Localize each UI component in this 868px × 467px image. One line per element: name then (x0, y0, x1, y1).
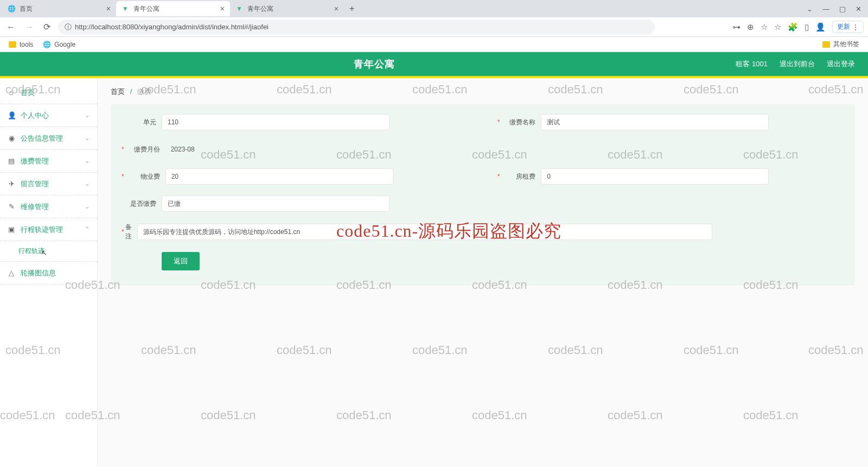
chevron-down-icon: ⌄ (85, 135, 90, 142)
send-icon: ✈ (8, 180, 15, 188)
tab-app[interactable]: ▼ 青年公寓 × (230, 1, 344, 16)
close-icon[interactable]: × (220, 4, 225, 13)
logout-link[interactable]: 退出登录 (827, 59, 855, 69)
translate-icon[interactable]: ⊕ (747, 22, 754, 32)
tab-label: 首页 (20, 4, 33, 14)
form-panel: 单元110 *缴费名称测试 *缴费月份2023-08 *物业费20 *房租费0 … (111, 104, 855, 286)
key-icon[interactable]: ⊶ (732, 22, 741, 32)
route-icon: ▣ (8, 225, 15, 234)
breadcrumb-home[interactable]: 首页 (111, 87, 125, 96)
tab-home[interactable]: 🌐 首页 × (2, 1, 116, 16)
chevron-down-icon[interactable]: ⌄ (807, 5, 813, 13)
tab-app-active[interactable]: ▼ 青年公寓 × (116, 1, 230, 16)
sidebar-item-profile[interactable]: 👤个人中心⌄ (0, 104, 97, 127)
vue-icon: ▼ (122, 5, 129, 12)
doc-icon: ▤ (8, 157, 15, 165)
chevron-down-icon: ⌄ (85, 180, 90, 187)
tab-label: 青年公寓 (133, 4, 159, 14)
extensions-icon[interactable]: 🧩 (788, 22, 798, 32)
field-propertyfee: *物业费20 (122, 168, 468, 185)
field-ispaid: 是否缴费已缴 (122, 195, 468, 212)
wrench-icon: ✎ (8, 203, 15, 211)
goto-front-link[interactable]: 退出到前台 (780, 59, 815, 69)
sidebar: ⌂首页 👤个人中心⌄ ◉公告信息管理⌄ ▤缴费管理⌄ ✈留言管理⌄ ✎维修管理⌄… (0, 78, 98, 467)
close-window-icon[interactable]: ✕ (856, 5, 861, 13)
bell-icon: ◉ (8, 134, 15, 142)
info-icon: ⓘ (65, 22, 72, 32)
field-rentfee: *房租费0 (497, 168, 844, 185)
app-title: 青年公寓 (354, 58, 395, 71)
ispaid-input[interactable]: 已缴 (162, 195, 390, 212)
sidebar-item-carousel[interactable]: △轮播图信息 (0, 262, 97, 285)
feemonth-input[interactable]: 2023-08 (165, 141, 393, 157)
chevron-down-icon: ⌄ (85, 112, 90, 119)
close-icon[interactable]: × (106, 4, 111, 13)
sidebar-item-home[interactable]: ⌂首页 (0, 81, 97, 104)
tab-label: 青年公寓 (247, 4, 273, 14)
sidebar-item-track[interactable]: ▣行程轨迹管理⌃ (0, 218, 97, 241)
app-header: 青年公寓 租客 1001 退出到前台 退出登录 (0, 52, 868, 76)
sidebar-item-fee[interactable]: ▤缴费管理⌄ (0, 150, 97, 173)
propertyfee-input[interactable]: 20 (165, 168, 393, 185)
globe-icon: 🌐 (43, 41, 51, 48)
chevron-down-icon: ⌄ (85, 203, 90, 210)
bookmark-other[interactable]: 其他书签 (822, 40, 859, 49)
bookmarks-bar: tools 🌐 Google 其他书签 (0, 37, 868, 52)
bookmark-google[interactable]: 🌐 Google (43, 41, 75, 48)
breadcrumb: 首页 / 缴费 (111, 87, 855, 97)
chevron-down-icon: ⌄ (85, 157, 90, 165)
sidebar-item-message[interactable]: ✈留言管理⌄ (0, 173, 97, 195)
user-icon: 👤 (8, 111, 15, 119)
vue-icon: ▼ (235, 5, 243, 12)
star-icon[interactable]: ☆ (774, 22, 781, 32)
globe-icon: 🌐 (8, 5, 15, 12)
field-remark: *备注源码乐园专注提供优质源码，访问地址http://code51.cn (122, 223, 468, 241)
maximize-icon[interactable]: ▢ (839, 5, 846, 13)
field-unit: 单元110 (122, 114, 468, 130)
main-content: 首页 / 缴费 单元110 *缴费名称测试 *缴费月份2023-08 *物业费2… (98, 78, 868, 467)
forward-button[interactable]: → (23, 21, 36, 33)
feename-input[interactable]: 测试 (541, 114, 769, 130)
chevron-up-icon: ⌃ (85, 226, 90, 233)
back-button[interactable]: ← (4, 21, 17, 33)
address-bar: ← → ⟳ ⓘ http://localhost:8080/xiyanghong… (0, 17, 868, 37)
browser-tab-strip: 🌐 首页 × ▼ 青年公寓 × ▼ 青年公寓 × + ⌄ — ▢ ✕ (0, 0, 868, 17)
url-input[interactable]: ⓘ http://localhost:8080/xiyanghong/admin… (58, 20, 655, 35)
sidebar-icon[interactable]: ▯ (805, 22, 809, 32)
profile-icon[interactable]: 👤 (815, 22, 826, 32)
sidebar-item-announce[interactable]: ◉公告信息管理⌄ (0, 127, 97, 150)
sidebar-item-repair[interactable]: ✎维修管理⌄ (0, 195, 97, 218)
sidebar-subitem-track[interactable]: 行程轨迹 (0, 241, 97, 262)
unit-input[interactable]: 110 (162, 114, 390, 130)
image-icon: △ (8, 269, 15, 277)
remark-input[interactable]: 源码乐园专注提供优质源码，访问地址http://code51.cn (137, 224, 712, 240)
bookmark-tools[interactable]: tools (9, 41, 33, 48)
field-feemonth: *缴费月份2023-08 (122, 141, 468, 157)
breadcrumb-current: 缴费 (137, 87, 151, 96)
new-tab-button[interactable]: + (344, 4, 360, 14)
user-label[interactable]: 租客 1001 (736, 59, 768, 69)
minimize-icon[interactable]: — (822, 5, 829, 13)
url-text: http://localhost:8080/xiyanghong/admin/d… (75, 23, 269, 31)
reload-button[interactable]: ⟳ (41, 21, 53, 33)
folder-icon (822, 41, 830, 48)
close-icon[interactable]: × (334, 4, 339, 13)
back-button[interactable]: 返回 (162, 252, 200, 270)
home-icon: ⌂ (8, 89, 15, 97)
rentfee-input[interactable]: 0 (541, 168, 769, 185)
folder-icon (9, 41, 16, 48)
field-feename: *缴费名称测试 (497, 114, 844, 130)
share-icon[interactable]: ☆ (761, 22, 768, 32)
update-button[interactable]: 更新⋮ (832, 21, 864, 33)
